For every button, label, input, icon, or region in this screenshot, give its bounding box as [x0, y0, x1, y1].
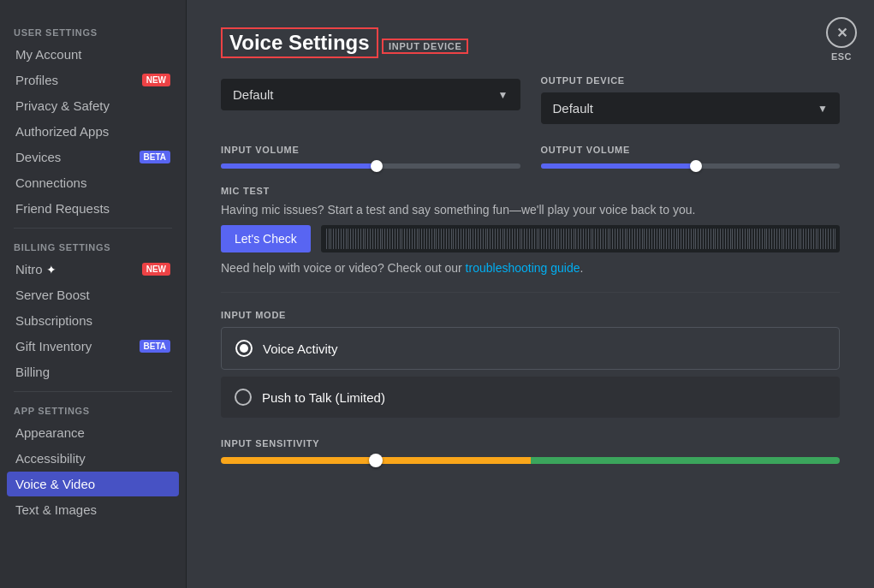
nitro-badge: NEW [142, 263, 170, 276]
mic-bar [375, 229, 376, 249]
mic-bar [417, 229, 418, 249]
mic-bar [502, 229, 503, 249]
mic-bar [752, 229, 752, 249]
mic-bar [431, 229, 432, 249]
mic-bar [380, 229, 381, 249]
mic-bar [742, 229, 743, 249]
mic-bar [816, 229, 817, 249]
mic-bar [820, 229, 821, 249]
sidebar-divider-2 [14, 391, 172, 392]
sidebar-item-connections[interactable]: Connections [7, 170, 179, 195]
mic-bar [639, 229, 640, 249]
sidebar-item-gift-inventory[interactable]: Gift Inventory BETA [7, 334, 179, 359]
mic-bar [412, 229, 413, 249]
mic-bar [329, 229, 330, 249]
esc-button[interactable]: ✕ ESC [826, 17, 857, 62]
mic-bar [796, 229, 797, 249]
mic-bar [625, 229, 626, 249]
mic-bar [833, 229, 834, 249]
mic-bar [338, 229, 339, 249]
sidebar-item-billing[interactable]: Billing [7, 359, 179, 384]
mic-bar [346, 229, 347, 249]
mic-bar [782, 229, 782, 249]
input-volume-slider[interactable] [221, 163, 520, 169]
mic-bar [520, 229, 520, 249]
mic-bar [764, 229, 765, 249]
mic-bar [774, 229, 775, 249]
mic-bar [487, 229, 488, 249]
sidebar-item-my-account[interactable]: My Account [7, 42, 179, 67]
mic-bar [348, 229, 348, 249]
sidebar-item-authorized-apps[interactable]: Authorized Apps [7, 119, 179, 144]
mic-bar [598, 229, 598, 249]
output-volume-header: Output Volume [541, 145, 841, 155]
mic-bar [632, 229, 633, 249]
sidebar-item-text-images[interactable]: Text & Images [7, 497, 179, 522]
push-to-talk-label: Push to Talk (Limited) [262, 390, 385, 405]
output-volume-slider[interactable] [541, 163, 841, 169]
chevron-down-icon: ▼ [498, 89, 508, 101]
troubleshoot-link[interactable]: troubleshooting guide [466, 261, 580, 275]
mic-bar [740, 229, 740, 249]
chevron-down-icon-output: ▼ [818, 103, 828, 115]
sidebar-item-appearance[interactable]: Appearance [7, 420, 179, 445]
mic-bar [828, 229, 829, 249]
voice-activity-label: Voice Activity [263, 342, 338, 356]
mic-bar [392, 229, 393, 249]
sidebar-item-devices[interactable]: Devices BETA [7, 145, 179, 169]
mic-bar [443, 229, 444, 249]
mic-bar [566, 229, 567, 249]
input-device-select[interactable]: Default ▼ [221, 79, 520, 110]
sidebar-item-privacy-safety[interactable]: Privacy & Safety [7, 93, 179, 118]
output-device-select[interactable]: Default ▼ [541, 92, 841, 124]
mic-bar [401, 229, 402, 249]
sidebar-item-server-boost[interactable]: Server Boost [7, 282, 179, 307]
mic-bar [661, 229, 662, 249]
push-to-talk-option[interactable]: Push to Talk (Limited) [221, 377, 840, 418]
nitro-label: Nitro [15, 262, 43, 276]
mic-bar [485, 229, 486, 249]
radio-inner [240, 344, 248, 353]
mic-bar [666, 229, 667, 249]
mic-bar [429, 229, 430, 249]
sidebar-item-nitro[interactable]: Nitro ✦ NEW [7, 257, 179, 282]
mic-bar [370, 229, 371, 249]
mic-bar [397, 229, 398, 249]
mic-bar [389, 229, 390, 249]
lets-check-button[interactable]: Let's Check [221, 225, 311, 252]
sidebar-item-subscriptions[interactable]: Subscriptions [7, 308, 179, 333]
mic-bar [350, 229, 351, 249]
main-content: ✕ ESC Voice Settings Input Device Defaul… [187, 0, 874, 588]
mic-bar [720, 229, 721, 249]
sidebar: User Settings My Account Profiles NEW Pr… [0, 0, 187, 588]
mic-bar [492, 229, 493, 249]
mic-bar [791, 229, 792, 249]
input-sensitivity-slider[interactable] [221, 457, 840, 464]
mic-bar [617, 229, 618, 249]
sidebar-item-friend-requests[interactable]: Friend Requests [7, 196, 179, 221]
mic-bar [710, 229, 711, 249]
mic-bar [806, 229, 806, 249]
sidebar-item-profiles[interactable]: Profiles NEW [7, 68, 179, 92]
sidebar-item-accessibility[interactable]: Accessibility [7, 446, 179, 471]
mic-bar [747, 229, 748, 249]
mic-bar [644, 229, 645, 249]
mic-bar [592, 229, 593, 249]
mic-bar [563, 229, 564, 249]
mic-bar [612, 229, 613, 249]
mic-bar [409, 229, 410, 249]
mic-bar [326, 229, 327, 249]
mic-bar [475, 229, 476, 249]
mic-bar [480, 229, 481, 249]
voice-activity-option[interactable]: Voice Activity [221, 327, 840, 370]
mic-bar [355, 229, 356, 249]
output-device-value: Default [553, 101, 818, 116]
mic-bar [595, 229, 596, 249]
sidebar-item-voice-video[interactable]: Voice & Video [7, 472, 179, 496]
mic-bar [713, 229, 714, 249]
mic-bar [538, 229, 539, 249]
mic-bar [799, 229, 800, 249]
mic-bar [455, 229, 456, 249]
mic-bar [504, 229, 505, 249]
mic-bar [537, 229, 538, 249]
